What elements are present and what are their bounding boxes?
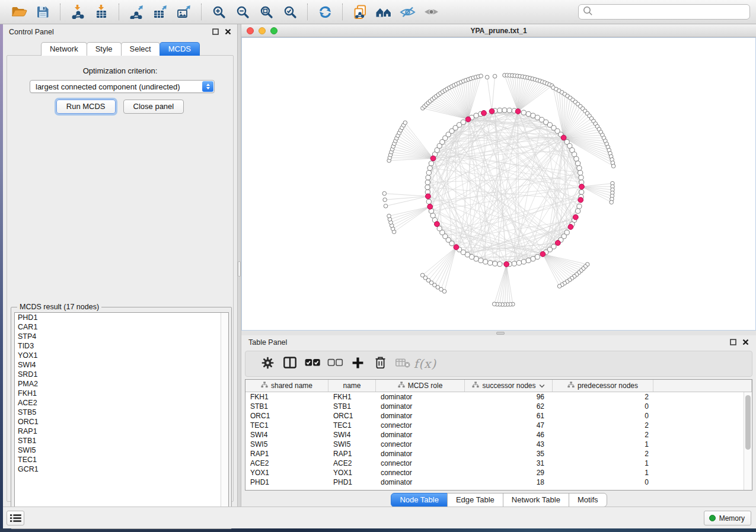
zoom-selected-button[interactable]	[280, 2, 300, 21]
cell-shared-name[interactable]: YOX1	[245, 469, 328, 477]
cell-predecessor-nodes[interactable]: 2	[553, 431, 653, 439]
tab-edge-table[interactable]: Edge Table	[447, 493, 503, 507]
import-table-button[interactable]	[91, 2, 111, 21]
cell-MCDS-role[interactable]: dominator	[376, 450, 465, 458]
cell-name[interactable]: YOX1	[328, 469, 376, 477]
mcds-result-item[interactable]: ORC1	[15, 417, 228, 427]
mcds-result-item[interactable]: STB1	[15, 436, 228, 446]
cell-successor-nodes[interactable]: 46	[465, 431, 553, 439]
cell-shared-name[interactable]: ACE2	[245, 459, 328, 467]
mcds-result-item[interactable]: ACE2	[15, 398, 228, 408]
open-file-button[interactable]	[9, 2, 29, 21]
column-header-MCDS-role[interactable]: MCDS role	[376, 380, 465, 392]
toggle-panel-button[interactable]	[279, 353, 301, 374]
cell-predecessor-nodes[interactable]: 1	[553, 459, 653, 467]
tab-motifs[interactable]: Motifs	[569, 493, 607, 507]
show-panels-button[interactable]	[421, 2, 441, 21]
cell-shared-name[interactable]: RAP1	[245, 450, 328, 458]
mcds-result-item[interactable]: TID3	[15, 341, 228, 351]
table-row[interactable]: ACE2ACE2connector311	[245, 459, 752, 468]
cell-shared-name[interactable]: FKH1	[245, 393, 328, 401]
mcds-result-item[interactable]: PHD1	[15, 313, 228, 322]
table-scrollbar-thumb[interactable]	[745, 395, 751, 450]
table-row[interactable]: PHD1PHD1dominator180	[245, 477, 752, 487]
cell-MCDS-role[interactable]: connector	[376, 421, 465, 430]
cell-name[interactable]: SWI4	[328, 431, 376, 439]
cell-MCDS-role[interactable]: connector	[376, 469, 465, 477]
tab-style[interactable]: Style	[87, 42, 122, 56]
tab-select[interactable]: Select	[121, 42, 160, 56]
network-graph[interactable]	[242, 38, 755, 330]
cell-MCDS-role[interactable]: connector	[376, 459, 465, 467]
mcds-result-item[interactable]: SWI5	[15, 446, 228, 455]
zoom-in-button[interactable]	[209, 2, 229, 21]
tab-network[interactable]: Network	[41, 42, 87, 56]
mcds-result-item[interactable]: RAP1	[15, 427, 228, 436]
vertical-splitter-handle[interactable]	[238, 261, 241, 277]
result-list-scrollbar[interactable]	[221, 313, 228, 525]
cell-successor-nodes[interactable]: 29	[465, 469, 553, 477]
cell-predecessor-nodes[interactable]: 1	[553, 469, 653, 477]
cell-successor-nodes[interactable]: 62	[465, 402, 553, 411]
mcds-result-item[interactable]: GCR1	[15, 464, 228, 474]
cell-predecessor-nodes[interactable]: 0	[553, 412, 653, 420]
cell-successor-nodes[interactable]: 96	[465, 393, 553, 401]
zoom-fit-button[interactable]	[256, 2, 276, 21]
cell-predecessor-nodes[interactable]: 0	[553, 478, 653, 486]
float-table-panel-icon[interactable]	[730, 337, 736, 348]
float-panel-icon[interactable]	[212, 27, 219, 37]
export-network-button[interactable]	[126, 2, 146, 21]
cell-MCDS-role[interactable]: dominator	[376, 402, 465, 411]
cell-name[interactable]: STB1	[328, 402, 376, 411]
network-canvas[interactable]	[241, 37, 756, 331]
close-panel-icon[interactable]	[225, 27, 231, 37]
deselect-all-rows-button[interactable]	[324, 353, 346, 374]
cell-name[interactable]: SWI5	[328, 440, 376, 448]
mcds-result-item[interactable]: TEC1	[15, 455, 228, 464]
cell-predecessor-nodes[interactable]: 1	[553, 440, 653, 448]
column-header-shared-name[interactable]: shared name	[245, 380, 328, 392]
mcds-result-item[interactable]: CAR1	[15, 322, 228, 332]
export-image-button[interactable]	[174, 2, 194, 21]
tab-node-table[interactable]: Node Table	[391, 493, 448, 507]
cell-shared-name[interactable]: ORC1	[245, 412, 328, 420]
cell-name[interactable]: TEC1	[328, 421, 376, 430]
cell-name[interactable]: PHD1	[328, 478, 376, 486]
mcds-result-item[interactable]: FKH1	[15, 389, 228, 398]
delete-column-button[interactable]	[369, 353, 391, 374]
cell-successor-nodes[interactable]: 31	[465, 459, 553, 467]
cell-MCDS-role[interactable]: dominator	[376, 431, 465, 439]
mcds-result-item[interactable]: YOX1	[15, 351, 228, 360]
cell-predecessor-nodes[interactable]: 2	[553, 450, 653, 458]
mcds-result-item[interactable]: PMA2	[15, 379, 228, 389]
import-network-button[interactable]	[68, 2, 88, 21]
close-panel-button[interactable]: Close panel	[123, 100, 184, 114]
horizontal-splitter-handle[interactable]	[496, 332, 505, 335]
cell-shared-name[interactable]: SWI5	[245, 440, 328, 448]
vertical-splitter[interactable]	[237, 24, 241, 507]
horizontal-splitter[interactable]	[241, 331, 756, 335]
column-header-predecessor-nodes[interactable]: predecessor nodes	[553, 380, 653, 392]
cell-predecessor-nodes[interactable]: 2	[553, 393, 653, 401]
cell-shared-name[interactable]: PHD1	[245, 478, 328, 486]
cell-successor-nodes[interactable]: 18	[465, 478, 553, 486]
table-row[interactable]: STB1STB1dominator620	[245, 402, 752, 411]
search-input[interactable]	[593, 6, 749, 18]
cell-name[interactable]: RAP1	[328, 450, 376, 458]
table-row[interactable]: RAP1RAP1dominator352	[245, 449, 752, 459]
cell-successor-nodes[interactable]: 47	[465, 421, 553, 430]
search-box[interactable]	[578, 4, 750, 20]
close-table-panel-icon[interactable]	[742, 337, 749, 348]
optimization-criterion-select[interactable]: largest connected component (undirected)	[30, 80, 215, 93]
mcds-result-item[interactable]: SRD1	[15, 370, 228, 379]
show-panel-list-button[interactable]	[7, 511, 24, 525]
mcds-result-item[interactable]: STB5	[15, 408, 228, 417]
run-mcds-button[interactable]: Run MCDS	[56, 100, 116, 114]
mcds-result-item[interactable]: STP4	[15, 332, 228, 341]
column-header-name[interactable]: name	[328, 380, 376, 392]
cell-MCDS-role[interactable]: connector	[376, 440, 465, 448]
apply-layout-button[interactable]	[315, 2, 335, 21]
tab-mcds[interactable]: MCDS	[160, 42, 200, 56]
zoom-out-button[interactable]	[232, 2, 253, 21]
cell-successor-nodes[interactable]: 35	[465, 450, 553, 458]
